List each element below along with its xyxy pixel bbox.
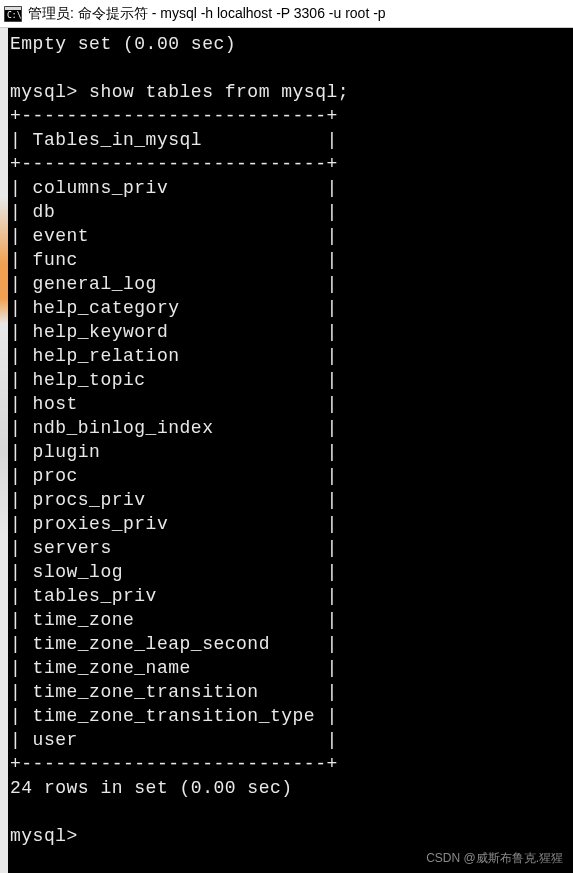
table-row: | help_keyword | bbox=[8, 320, 573, 344]
blank-line bbox=[8, 800, 573, 824]
table-border-mid: +---------------------------+ bbox=[8, 152, 573, 176]
watermark-text: CSDN @威斯布鲁克.猩猩 bbox=[426, 850, 563, 867]
table-row: | tables_priv | bbox=[8, 584, 573, 608]
table-row: | help_relation | bbox=[8, 344, 573, 368]
table-row: | procs_priv | bbox=[8, 488, 573, 512]
table-row: | ndb_binlog_index | bbox=[8, 416, 573, 440]
table-row: | time_zone_leap_second | bbox=[8, 632, 573, 656]
table-row: | time_zone_transition | bbox=[8, 680, 573, 704]
table-border-bottom: +---------------------------+ bbox=[8, 752, 573, 776]
table-row: | help_category | bbox=[8, 296, 573, 320]
table-row: | func | bbox=[8, 248, 573, 272]
prompt-line: mysql> bbox=[8, 824, 573, 848]
table-row: | time_zone_name | bbox=[8, 656, 573, 680]
table-row: | columns_priv | bbox=[8, 176, 573, 200]
table-row: | db | bbox=[8, 200, 573, 224]
svg-text:C:\: C:\ bbox=[7, 11, 22, 20]
table-row: | event | bbox=[8, 224, 573, 248]
table-row: | user | bbox=[8, 728, 573, 752]
output-empty-set: Empty set (0.00 sec) bbox=[8, 32, 573, 56]
left-background-strip bbox=[0, 28, 8, 873]
command-line: mysql> show tables from mysql; bbox=[8, 80, 573, 104]
table-row: | help_topic | bbox=[8, 368, 573, 392]
window-titlebar: C:\ 管理员: 命令提示符 - mysql -h localhost -P 3… bbox=[0, 0, 573, 28]
cmd-icon: C:\ bbox=[4, 6, 22, 22]
table-row: | servers | bbox=[8, 536, 573, 560]
table-border-top: +---------------------------+ bbox=[8, 104, 573, 128]
table-row: | general_log | bbox=[8, 272, 573, 296]
table-rows: | columns_priv || db || event || func ||… bbox=[8, 176, 573, 752]
table-row: | time_zone | bbox=[8, 608, 573, 632]
table-row: | plugin | bbox=[8, 440, 573, 464]
blank-line bbox=[8, 56, 573, 80]
window-title: 管理员: 命令提示符 - mysql -h localhost -P 3306 … bbox=[28, 5, 386, 23]
svg-rect-1 bbox=[5, 7, 21, 10]
result-summary: 24 rows in set (0.00 sec) bbox=[8, 776, 573, 800]
table-row: | proxies_priv | bbox=[8, 512, 573, 536]
table-row: | time_zone_transition_type | bbox=[8, 704, 573, 728]
table-header: | Tables_in_mysql | bbox=[8, 128, 573, 152]
table-row: | proc | bbox=[8, 464, 573, 488]
terminal-area[interactable]: Empty set (0.00 sec) mysql> show tables … bbox=[8, 28, 573, 873]
table-row: | host | bbox=[8, 392, 573, 416]
table-row: | slow_log | bbox=[8, 560, 573, 584]
